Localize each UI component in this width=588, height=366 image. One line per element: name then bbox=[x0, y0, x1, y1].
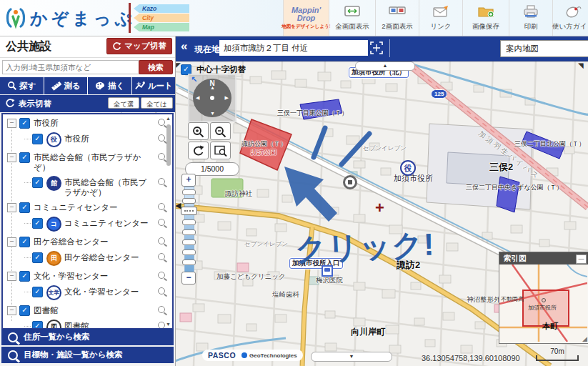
compass-control[interactable]: ↖ N ▲ ▼ ◀ ▶ bbox=[188, 74, 236, 122]
fullscreen-button[interactable]: 全画面表示 bbox=[329, 0, 375, 36]
magnifier-icon[interactable] bbox=[158, 272, 165, 279]
checkbox[interactable] bbox=[19, 271, 30, 282]
current-location-input[interactable] bbox=[219, 40, 368, 56]
tree-row-community-group[interactable]: コミュニティセンター bbox=[3, 199, 172, 214]
collapse-toggle-icon[interactable] bbox=[7, 306, 16, 315]
save-image-button[interactable]: 画像保存 bbox=[462, 0, 509, 36]
map-canvas[interactable]: クリック! 加須市役所（北） 三俣一丁目東公園（Ｔ） 諏訪公園（Ｔ） 諏訪公園 … bbox=[175, 61, 588, 366]
magnifier-icon[interactable] bbox=[158, 322, 165, 329]
pan-south-icon[interactable]: ▼ bbox=[210, 111, 215, 116]
dual-screen-button[interactable]: 2画面表示 bbox=[375, 0, 419, 36]
mappin-drop-button[interactable]: Mappin' Drop 地図をデザインしよう! bbox=[283, 0, 329, 36]
checkbox[interactable] bbox=[19, 152, 30, 163]
tab-route[interactable]: ルート bbox=[132, 77, 176, 94]
tree-row-library-group[interactable]: 図書館 bbox=[3, 302, 172, 317]
reset-north-icon[interactable]: ↖ bbox=[191, 75, 197, 84]
magnifier-icon[interactable] bbox=[158, 134, 165, 142]
search-input[interactable] bbox=[2, 60, 139, 74]
reset-view-button[interactable] bbox=[188, 142, 209, 159]
guide-button[interactable]: 使い方ガイド bbox=[552, 0, 588, 36]
magnifier-icon[interactable] bbox=[158, 178, 165, 185]
zoom-level-tick[interactable] bbox=[182, 239, 196, 245]
checkbox[interactable] bbox=[19, 118, 30, 129]
checkbox[interactable] bbox=[32, 287, 43, 297]
tree-row-tagaya-group[interactable]: 田ケ谷総合センター bbox=[3, 233, 172, 249]
pan-left-icon[interactable]: ◀ bbox=[175, 201, 181, 210]
pan-corner-icon[interactable]: ◤ bbox=[176, 61, 181, 69]
tree-scrollbar[interactable]: ▲ ▼ bbox=[165, 116, 171, 327]
magnifier-icon[interactable] bbox=[158, 287, 165, 295]
resize-handle-icon[interactable]: ◢ bbox=[582, 335, 587, 342]
tree-row-civic-hall-group[interactable]: 市民総合会館（市民プラザかぞ） bbox=[3, 149, 172, 174]
magnifier-icon[interactable] bbox=[158, 119, 165, 126]
tree-row-community[interactable]: コ コミュニティセンター bbox=[3, 214, 172, 233]
minimize-icon[interactable]: — bbox=[576, 254, 587, 264]
scrollbar-thumb[interactable] bbox=[166, 124, 171, 166]
tab-find[interactable]: 探す bbox=[0, 77, 44, 94]
checkbox[interactable] bbox=[32, 134, 43, 144]
pan-west-icon[interactable]: ◀ bbox=[196, 95, 199, 101]
pan-north-icon[interactable]: ▲ bbox=[210, 85, 215, 90]
zoom-level-tick[interactable] bbox=[182, 259, 196, 265]
tab-draw[interactable]: 描く bbox=[88, 77, 131, 94]
magnifier-icon[interactable] bbox=[158, 203, 165, 210]
tab-measure[interactable]: 測る bbox=[44, 77, 88, 94]
center-crosshair-button[interactable] bbox=[369, 41, 384, 55]
checkbox[interactable] bbox=[19, 202, 30, 213]
zoom-slider-handle[interactable] bbox=[181, 207, 197, 215]
search-button[interactable]: 検索 bbox=[139, 60, 173, 74]
tree-label: コミュニティセンター bbox=[64, 218, 155, 228]
zoom-slider[interactable]: + − bbox=[181, 174, 196, 285]
checkbox[interactable] bbox=[32, 252, 43, 263]
magnifier-icon[interactable] bbox=[158, 253, 165, 260]
collapse-toggle-icon[interactable] bbox=[7, 153, 16, 162]
map-type-select[interactable]: 案内地図 ▼ bbox=[500, 40, 588, 57]
checkbox[interactable] bbox=[19, 237, 30, 247]
magnifier-icon[interactable] bbox=[158, 153, 165, 160]
print-button[interactable]: 印刷 bbox=[509, 0, 552, 36]
tree-row-culture[interactable]: 文学 文化・学習センター bbox=[3, 283, 172, 302]
select-all-button[interactable]: 全て選択 bbox=[108, 97, 139, 109]
tree-row-tagaya[interactable]: 田 田ケ谷総合センター bbox=[3, 249, 172, 267]
box-zoom-button[interactable] bbox=[210, 142, 231, 159]
search-by-landmark-button[interactable]: 目標物・施設一覧から検索 bbox=[1, 347, 174, 363]
tree-row-library[interactable]: 図 図書館 bbox=[3, 317, 172, 330]
scroll-up-icon[interactable]: ▲ bbox=[166, 116, 171, 121]
zoom-in-button[interactable] bbox=[188, 122, 209, 140]
collapse-toggle-icon[interactable] bbox=[7, 237, 16, 247]
checkbox[interactable] bbox=[19, 305, 30, 316]
link-button[interactable]: リンク bbox=[419, 0, 462, 36]
zoom-level-tick[interactable] bbox=[182, 198, 196, 204]
tree-row-civic-hall[interactable]: 館 市民総合会館（市民プラザかぞ） bbox=[3, 174, 172, 199]
tree-row-cityhall-group[interactable]: 市役所 bbox=[3, 114, 172, 130]
zoom-slider-minus-button[interactable]: − bbox=[181, 272, 196, 285]
zoom-slider-plus-button[interactable]: + bbox=[181, 174, 196, 187]
pan-down-bar[interactable]: ▼ bbox=[311, 352, 392, 362]
zoom-level-tick[interactable] bbox=[182, 189, 196, 195]
collapse-sidebar-icon[interactable]: « bbox=[181, 39, 187, 54]
pan-up-bar[interactable]: ▲ bbox=[355, 61, 415, 71]
pasco-logo: PASCO bbox=[208, 351, 236, 360]
collapse-toggle-icon[interactable] bbox=[7, 272, 16, 281]
checkbox[interactable] bbox=[32, 177, 43, 188]
deselect-all-button[interactable]: 全てはずす bbox=[141, 97, 173, 109]
tree-row-culture-group[interactable]: 文化・学習センター bbox=[3, 267, 172, 283]
app-title: かぞまっぷ bbox=[30, 7, 136, 30]
magnifier-icon[interactable] bbox=[158, 237, 165, 244]
magnifier-icon[interactable] bbox=[158, 219, 165, 226]
zoom-out-button[interactable] bbox=[210, 122, 231, 140]
zoom-level-tick[interactable] bbox=[182, 229, 196, 235]
checkbox[interactable] bbox=[32, 218, 43, 229]
mail-link-icon bbox=[432, 4, 450, 21]
magnifier-icon[interactable] bbox=[158, 306, 165, 313]
pan-corner-icon[interactable]: ◥ bbox=[578, 61, 584, 69]
map-switch-button[interactable]: マップ切替 bbox=[106, 38, 172, 54]
zoom-level-tick[interactable] bbox=[182, 219, 196, 225]
collapse-toggle-icon[interactable] bbox=[7, 119, 16, 128]
collapse-toggle-icon[interactable] bbox=[7, 203, 16, 212]
pan-east-icon[interactable]: ▶ bbox=[225, 95, 229, 101]
scroll-down-icon[interactable]: ▼ bbox=[166, 322, 171, 327]
tree-row-cityhall[interactable]: 役 市役所 bbox=[3, 130, 172, 149]
search-by-address-button[interactable]: 住所一覧から検索 bbox=[1, 329, 174, 345]
zoom-level-tick[interactable] bbox=[182, 249, 196, 255]
